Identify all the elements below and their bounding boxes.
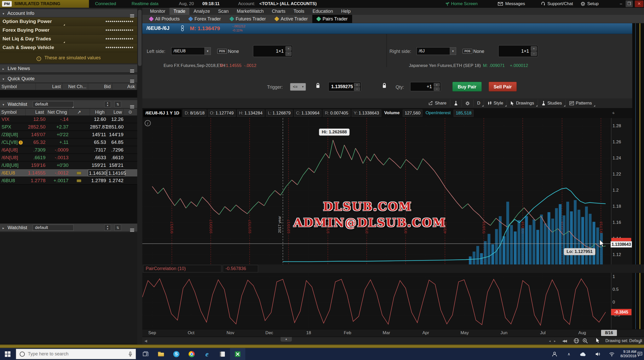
style-button[interactable]: Style <box>484 100 507 107</box>
support-chat-button[interactable]: Support/Chat <box>547 0 573 8</box>
column-header-last[interactable]: Last <box>36 83 63 90</box>
tab-education[interactable]: Education <box>308 8 337 15</box>
collapse-panel-button[interactable]: ▲ <box>281 337 292 342</box>
resize-corner[interactable] <box>638 341 640 343</box>
column-header-symbol[interactable]: Symbol <box>0 109 26 115</box>
chart-settings-button[interactable] <box>462 100 473 107</box>
tab-tools[interactable]: Tools <box>290 8 308 15</box>
subtab-futures-trader[interactable]: Futures Trader <box>225 15 270 23</box>
main-chart-svg[interactable]: 9/15/1710/20/1711/17/1712/15/171/19/182/… <box>142 118 611 264</box>
drawings-button[interactable]: Drawings <box>507 100 538 107</box>
tab-trade[interactable]: Trade <box>169 8 189 15</box>
section-quick-quote[interactable]: ▾ Quick Quote <box>0 75 137 83</box>
setup-button[interactable]: Setup <box>587 0 599 8</box>
start-button[interactable] <box>0 348 15 360</box>
file-explorer-icon[interactable] <box>153 348 169 360</box>
column-header-bid[interactable]: Bid <box>88 83 112 90</box>
task-view-button[interactable] <box>138 348 153 360</box>
quote-speed-icon[interactable]: ⇅ <box>114 225 121 231</box>
timeframe-button[interactable]: D <box>473 100 484 107</box>
tab-analyze[interactable]: Analyze <box>189 8 214 15</box>
section-watchlist[interactable]: ▾ Watchlist default ▲▼ ⇅ <box>0 100 137 108</box>
sell-pair-button[interactable]: Sell Pair <box>489 82 517 91</box>
subtab-active-trader[interactable]: Active Trader <box>270 15 312 23</box>
buy-pair-button[interactable]: Buy Pair <box>452 82 482 91</box>
lock-icon[interactable] <box>382 83 387 90</box>
search-input[interactable] <box>28 351 129 357</box>
quote-speed-icon[interactable]: ⇅ <box>114 101 121 107</box>
section-watchlist-2[interactable]: ▸ Watchlist default ▲▼ ⇅ <box>0 224 137 232</box>
green-app-icon[interactable] <box>230 348 245 360</box>
column-header-net-ch-[interactable]: Net Ch... <box>63 83 88 90</box>
restore-button[interactable]: ❐ <box>626 1 633 7</box>
pair-symbol[interactable]: /6EU8-/6J <box>146 25 169 31</box>
step-right-icon[interactable]: ▸ <box>554 339 556 343</box>
increment-button[interactable]: + <box>434 83 440 87</box>
increment-button[interactable]: + <box>354 83 360 87</box>
tray-expand-icon[interactable]: ∧ <box>564 348 574 360</box>
zoom-icon[interactable] <box>582 338 588 345</box>
left-symbol-dropdown[interactable]: /6EU8▼ <box>171 47 211 55</box>
sidebar-scrollbar[interactable] <box>137 8 142 344</box>
flag-icon[interactable] <box>77 172 81 175</box>
left-ratio-input[interactable]: 1×1 +− <box>253 45 293 57</box>
media-player-icon[interactable] <box>215 348 230 360</box>
correlation-axis[interactable]: 10.50-0.5 <box>611 273 632 329</box>
chart-info-icon[interactable]: i <box>145 120 151 126</box>
quick-quote-empty-row[interactable] <box>0 90 137 98</box>
minimize-button[interactable]: – <box>617 1 625 7</box>
taskbar-search[interactable] <box>16 349 136 359</box>
sort-arrows-icon[interactable]: ▲▼ <box>104 225 111 231</box>
watchlist-row--zb-u8-[interactable]: /ZB[U8]145'07+0'22145'11144'19 <box>0 131 137 138</box>
column-header-ask[interactable]: Ask <box>112 83 137 90</box>
link-icon[interactable] <box>181 25 184 32</box>
close-button[interactable]: ✕ <box>635 1 643 7</box>
scrollbar-thumb[interactable] <box>138 10 142 66</box>
onedrive-icon[interactable] <box>577 348 588 360</box>
home-screen-button[interactable]: Home Screen <box>451 0 478 8</box>
decrement-button[interactable]: − <box>434 87 440 91</box>
watchlist-row--6a-u8-[interactable]: /6A[U8].7309-.0009.7317.7296 <box>0 146 137 154</box>
trigger-condition-dropdown[interactable]: <=▼ <box>290 83 306 91</box>
column-header-net-chng[interactable]: Net Chng <box>45 109 68 115</box>
decrement-button[interactable]: − <box>285 51 292 56</box>
pan-left-icon[interactable]: ◀ <box>144 339 147 343</box>
section-live-news[interactable]: ▸ Live News <box>0 64 137 73</box>
main-chart-area[interactable]: 9/15/1710/20/1711/17/1712/15/171/19/182/… <box>142 118 611 264</box>
section-menu-icon[interactable] <box>130 67 134 75</box>
patterns-button[interactable]: Patterns <box>566 100 595 107</box>
section-account-info[interactable]: ▾ Account Info <box>0 9 137 17</box>
watchlist-row-vix[interactable]: VIX12.50-.1412.6012.26 <box>0 115 137 123</box>
volume-icon[interactable] <box>592 348 604 360</box>
data-status[interactable]: Realtime data <box>132 0 158 8</box>
correlation-chart-area[interactable] <box>142 273 611 329</box>
network-icon[interactable] <box>606 348 617 360</box>
flag-icon[interactable] <box>77 179 81 182</box>
column-header-gear-icon[interactable]: ⚙ <box>123 109 137 115</box>
column-header-last[interactable]: Last <box>26 109 45 115</box>
watchlist-row-spx[interactable]: SPX2852.50+2.372857.872851.60 <box>0 123 137 131</box>
globe-icon[interactable] <box>574 338 579 344</box>
column-header-high[interactable]: High <box>90 109 106 115</box>
watchlist-row--6eu8[interactable]: /6EU81.14555-.00121.146301.14165 <box>0 169 137 177</box>
pm-badge[interactable]: PM <box>2 1 12 7</box>
qty-input[interactable]: +1 +− <box>410 82 441 91</box>
column-header-symbol[interactable]: Symbol <box>0 83 36 90</box>
tab-monitor[interactable]: Monitor <box>146 8 169 15</box>
account-selector[interactable]: <TOTAL> (ALL ACCOUNTS) <box>259 0 317 8</box>
lock-icon[interactable] <box>316 83 320 90</box>
tab-help[interactable]: Help <box>337 8 355 15</box>
skype-icon[interactable]: S <box>169 348 184 360</box>
watchlist-row--cl-v8-[interactable]: /CL[V8]!65.32+.1165.5364.85 <box>0 138 137 146</box>
subtab-all-products[interactable]: All Products <box>145 15 184 23</box>
time-axis[interactable]: SepOctNovDec18FebMarAprMayJunJulAug <box>142 329 644 337</box>
sort-arrows-icon[interactable]: ▲▼ <box>104 101 111 107</box>
increment-button[interactable]: + <box>285 46 292 51</box>
trigger-price-input[interactable]: 1.1359275 +− <box>328 82 361 91</box>
right-symbol-dropdown[interactable]: /6J▼ <box>417 47 456 55</box>
watchlist-row--ub-u8-[interactable]: /UB[U8]159'16+0'30159'21158'21 <box>0 161 137 169</box>
drawing-set-label[interactable]: Drawing set: Default <box>605 339 642 343</box>
step-left-icon[interactable]: ◂ <box>549 339 551 343</box>
tab-scan[interactable]: Scan <box>214 8 233 15</box>
share-button[interactable]: Share <box>425 100 450 107</box>
